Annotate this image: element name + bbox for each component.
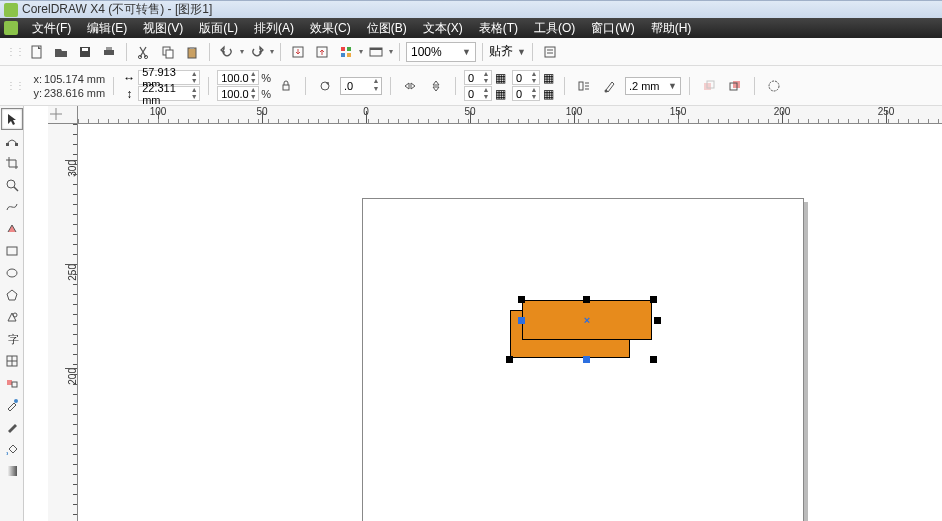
redo-button[interactable] [246, 41, 268, 63]
menu-edit[interactable]: 编辑(E) [79, 20, 135, 37]
handle-n[interactable] [583, 296, 590, 303]
to-front-button[interactable] [698, 75, 720, 97]
menu-layout[interactable]: 版面(L) [191, 20, 246, 37]
ellipse-tool[interactable] [1, 262, 23, 284]
handle-s[interactable] [583, 356, 590, 363]
mirror-h-button[interactable] [399, 75, 421, 97]
outline-width-input[interactable]: .2 mm▼ [625, 77, 681, 95]
zoom-combo[interactable]: 100%▼ [406, 42, 476, 62]
open-button[interactable] [50, 41, 72, 63]
undo-button[interactable] [216, 41, 238, 63]
copy-button[interactable] [157, 41, 179, 63]
welcome-button[interactable] [365, 41, 387, 63]
rotation-input[interactable]: .0▲▼ [340, 77, 382, 95]
separator [455, 77, 456, 95]
menu-table[interactable]: 表格(T) [471, 20, 526, 37]
x-label: x: [28, 72, 42, 86]
save-button[interactable] [74, 41, 96, 63]
import-button[interactable] [287, 41, 309, 63]
cut-button[interactable] [133, 41, 155, 63]
menu-file[interactable]: 文件(F) [24, 20, 79, 37]
handle-se[interactable] [650, 356, 657, 363]
table-tool[interactable] [1, 350, 23, 372]
undo-dropdown-icon[interactable]: ▾ [240, 47, 244, 56]
separator [689, 77, 690, 95]
redo-dropdown-icon[interactable]: ▾ [270, 47, 274, 56]
offset3-input[interactable]: 0▲▼ [512, 70, 540, 85]
app-launcher-button[interactable] [335, 41, 357, 63]
to-back-button[interactable] [724, 75, 746, 97]
toolbox: 字 [0, 106, 24, 521]
handle-e[interactable] [654, 317, 661, 324]
offset4-input[interactable]: 0▲▼ [512, 86, 540, 101]
lock-ratio-button[interactable] [275, 75, 297, 97]
height-input[interactable]: 22.311 mm▲▼ [138, 86, 200, 101]
object-position: x:105.174 mm y:238.616 mm [28, 72, 105, 100]
shape-tool[interactable] [1, 130, 23, 152]
scale-x-input[interactable]: 100.0▲▼ [217, 70, 259, 85]
handle-center[interactable]: × [582, 315, 592, 325]
scale-y-input[interactable]: 100.0▲▼ [217, 86, 259, 101]
rectangle-tool[interactable] [1, 240, 23, 262]
offset1-input[interactable]: 0▲▼ [464, 70, 492, 85]
menu-bitmap[interactable]: 位图(B) [359, 20, 415, 37]
launcher-dropdown-icon[interactable]: ▾ [359, 47, 363, 56]
interactive-tool[interactable] [1, 372, 23, 394]
horizontal-ruler[interactable]: 10050050100150200250 [78, 106, 942, 124]
mirror-v-button[interactable] [425, 75, 447, 97]
freehand-tool[interactable] [1, 196, 23, 218]
toolbar-grip[interactable]: ⋮⋮ [6, 46, 24, 57]
svg-rect-13 [341, 47, 345, 51]
handle-sw[interactable] [506, 356, 513, 363]
outline-tool[interactable] [1, 416, 23, 438]
chevron-down-icon: ▼ [462, 47, 471, 57]
handle-w[interactable] [518, 317, 525, 324]
interactive-fill-tool[interactable] [1, 460, 23, 482]
nudge-offset: 0▲▼▦ 0▲▼▦ [464, 70, 508, 101]
canvas[interactable]: × [78, 124, 942, 521]
y-label: y: [28, 86, 42, 100]
menu-effects[interactable]: 效果(C) [302, 20, 359, 37]
svg-rect-15 [341, 53, 345, 57]
eyedropper-tool[interactable] [1, 394, 23, 416]
handle-nw[interactable] [518, 296, 525, 303]
smart-fill-tool[interactable] [1, 218, 23, 240]
separator [305, 77, 306, 95]
wrap-text-button[interactable] [573, 75, 595, 97]
export-button[interactable] [311, 41, 333, 63]
svg-point-49 [14, 399, 18, 403]
separator [399, 43, 400, 61]
separator [126, 43, 127, 61]
menu-view[interactable]: 视图(V) [135, 20, 191, 37]
welcome-dropdown-icon[interactable]: ▾ [389, 47, 393, 56]
width-icon: ↔ [122, 71, 136, 85]
svg-rect-16 [347, 53, 351, 57]
offset2-input[interactable]: 0▲▼ [464, 86, 492, 101]
text-tool[interactable]: 字 [1, 328, 23, 350]
new-button[interactable] [26, 41, 48, 63]
object-scale: 100.0▲▼% 100.0▲▼% [217, 70, 271, 101]
rotate-icon [314, 75, 336, 97]
paste-button[interactable] [181, 41, 203, 63]
crop-tool[interactable] [1, 152, 23, 174]
menu-window[interactable]: 窗口(W) [583, 20, 642, 37]
print-button[interactable] [98, 41, 120, 63]
pick-tool[interactable] [1, 108, 23, 130]
menu-arrange[interactable]: 排列(A) [246, 20, 302, 37]
basic-shapes-tool[interactable] [1, 306, 23, 328]
propbar-grip[interactable]: ⋮⋮ [6, 80, 24, 91]
menu-help[interactable]: 帮助(H) [643, 20, 700, 37]
snap-combo[interactable]: 贴齐 ▼ [489, 43, 526, 60]
ruler-origin[interactable] [48, 106, 78, 124]
vertical-ruler[interactable]: 300250200 [48, 124, 78, 521]
convert-curves-button[interactable] [763, 75, 785, 97]
fill-tool[interactable] [1, 438, 23, 460]
handle-ne[interactable] [650, 296, 657, 303]
polygon-tool[interactable] [1, 284, 23, 306]
separator [482, 43, 483, 61]
zoom-tool[interactable] [1, 174, 23, 196]
dup-offset: 0▲▼▦ 0▲▼▦ [512, 70, 556, 101]
menu-tools[interactable]: 工具(O) [526, 20, 583, 37]
menu-text[interactable]: 文本(X) [415, 20, 471, 37]
options-button[interactable] [539, 41, 561, 63]
